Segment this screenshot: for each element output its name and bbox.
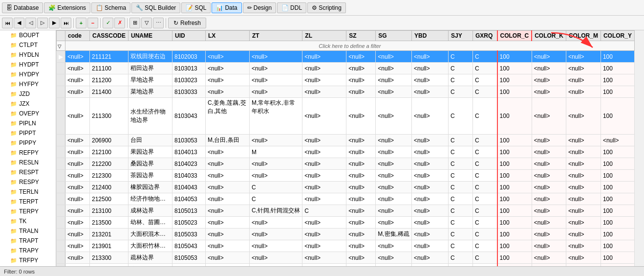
cell-zt[interactable]: M xyxy=(250,146,302,158)
confirm-button[interactable]: ✓ xyxy=(103,18,113,28)
table-row[interactable]: <null>213300疏林边界8105053<null><null><null… xyxy=(57,252,635,264)
cell-uid[interactable]: 8103053 xyxy=(172,135,206,146)
prev10-button[interactable]: ◀ xyxy=(14,18,24,28)
cell-code[interactable]: <null> xyxy=(65,193,90,205)
cell-zl[interactable]: <null> xyxy=(302,252,346,264)
cell-casscode[interactable]: 213901 xyxy=(90,240,129,252)
col-header-sjy[interactable]: SJY xyxy=(449,31,473,41)
last-button[interactable]: ⏭ xyxy=(61,18,71,28)
cell-sg[interactable]: <null> xyxy=(376,158,412,170)
cell-uname[interactable]: 台田 xyxy=(129,135,172,146)
filter-placeholder-cell[interactable]: Click here to define a filter xyxy=(65,41,635,51)
cell-lx[interactable]: <null> xyxy=(206,86,250,98)
cell-color_y[interactable]: 100 xyxy=(601,252,634,264)
cell-uid[interactable]: 8105033 xyxy=(172,229,206,240)
cell-gxrq[interactable]: C xyxy=(473,252,497,264)
cell-sg[interactable]: <null> xyxy=(376,86,412,98)
cell-lx[interactable]: <null> xyxy=(206,51,250,63)
cell-uname[interactable]: 双线田埂右边 xyxy=(129,51,172,63)
cell-uid[interactable]: 8105043 xyxy=(172,240,206,252)
cell-sz[interactable]: <null> xyxy=(346,98,376,135)
cell-casscode[interactable]: 212100 xyxy=(90,146,129,158)
refresh-button[interactable]: ↻ Refresh xyxy=(168,18,206,28)
cell-gxrq[interactable]: C xyxy=(473,86,497,98)
cell-color_y[interactable]: 100 xyxy=(601,146,634,158)
cell-sg[interactable]: <null> xyxy=(376,98,412,135)
col-header-casscode[interactable]: CASSCODE xyxy=(90,31,129,41)
sidebar-item-ctlpt[interactable]: 📁CTLPT xyxy=(0,40,56,50)
cell-sjy[interactable]: C xyxy=(449,158,473,170)
cell-code[interactable]: <null> xyxy=(65,182,90,193)
cell-ybd[interactable]: <null> xyxy=(412,240,449,252)
cell-color_m[interactable]: <null> xyxy=(566,63,601,74)
cell-sg[interactable]: <null> xyxy=(376,51,412,63)
cell-lx[interactable]: M,台田,条田 xyxy=(206,135,250,146)
cell-code[interactable]: <null> xyxy=(65,217,90,229)
cell-sz[interactable]: <null> xyxy=(346,51,376,63)
cell-sz[interactable]: <null> xyxy=(346,252,376,264)
cell-gxrq[interactable]: C xyxy=(473,170,497,182)
cell-sjy[interactable]: C xyxy=(449,240,473,252)
table-row[interactable]: <null>212500经济作物地边界8104053<null>C<null><… xyxy=(57,193,635,205)
col-header-lx[interactable]: LX xyxy=(206,31,250,41)
cell-color_m[interactable]: <null> xyxy=(566,146,601,158)
table-row[interactable]: <null>212400橡胶园边界8104043<null>C<null><nu… xyxy=(57,182,635,193)
cell-uid[interactable]: 8104033 xyxy=(172,170,206,182)
cell-code[interactable]: <null> xyxy=(65,146,90,158)
cell-color_m[interactable]: <null> xyxy=(566,182,601,193)
cell-color_k[interactable]: <null> xyxy=(532,51,566,63)
cell-lx[interactable]: <null> xyxy=(206,205,250,217)
cell-sz[interactable]: <null> xyxy=(346,63,376,74)
cell-zt[interactable]: <null> xyxy=(250,135,302,146)
sidebar-item-hydpt[interactable]: 📁HYDPT xyxy=(0,60,56,69)
table-row[interactable]: <null>212300茶园边界8104033<null><null><null… xyxy=(57,170,635,182)
cell-color_m[interactable]: <null> xyxy=(566,217,601,229)
col-header-code[interactable]: code xyxy=(65,31,90,41)
cell-color_m[interactable]: <null> xyxy=(566,229,601,240)
cell-color_y[interactable]: <null> xyxy=(601,135,634,146)
cell-zl[interactable]: <null> xyxy=(302,74,346,86)
cell-color_m[interactable]: <null> xyxy=(566,170,601,182)
cell-color_k[interactable]: <null> xyxy=(532,135,566,146)
cell-ybd[interactable]: <null> xyxy=(412,193,449,205)
next-button[interactable]: ▷ xyxy=(37,18,48,28)
cell-gxrq[interactable]: C xyxy=(473,193,497,205)
sidebar-item-pipln[interactable]: 📁PIPLN xyxy=(0,118,56,128)
sidebar-item-traln[interactable]: 📁TRALN xyxy=(0,226,56,236)
cell-color_y[interactable]: 100 xyxy=(601,98,634,135)
cell-sz[interactable]: <null> xyxy=(346,158,376,170)
cell-sz[interactable]: <null> xyxy=(346,182,376,193)
cell-sjy[interactable]: C xyxy=(449,217,473,229)
table-row[interactable]: <null>212200桑园边界8104023<null><null><null… xyxy=(57,158,635,170)
cell-uname[interactable]: 水生经济作物地边界 xyxy=(129,98,172,135)
sidebar-item-jzd[interactable]: 📁JZD xyxy=(0,89,56,99)
cell-uname[interactable]: 疏林边界 xyxy=(129,252,172,264)
cell-color_y[interactable]: 100 xyxy=(601,51,634,63)
cell-sjy[interactable]: C xyxy=(449,170,473,182)
cell-code[interactable]: <null> xyxy=(65,135,90,146)
cancel-button[interactable]: ✗ xyxy=(114,18,125,28)
cell-sjy[interactable]: C xyxy=(449,146,473,158)
cell-uname[interactable]: 大面积竹林边界 xyxy=(129,240,172,252)
cell-uid[interactable]: 8105063 xyxy=(172,264,206,267)
cell-color_c[interactable]: 100 xyxy=(497,86,532,98)
cell-code[interactable]: <null> xyxy=(65,264,90,267)
cell-sg[interactable]: M,密集,稀疏 xyxy=(376,229,412,240)
cell-uid[interactable]: 8104053 xyxy=(172,193,206,205)
cell-sz[interactable]: <null> xyxy=(346,135,376,146)
cell-color_m[interactable]: <null> xyxy=(566,98,601,135)
sidebar-item-hydln[interactable]: 📁HYDLN xyxy=(0,50,56,60)
cell-color_c[interactable]: 100 xyxy=(497,158,532,170)
cell-lx[interactable]: <null> xyxy=(206,170,250,182)
cell-uname[interactable]: 成林边界 xyxy=(129,205,172,217)
tab-scripting[interactable]: ⚙ Scripting xyxy=(307,2,346,13)
cell-sjy[interactable]: C xyxy=(449,63,473,74)
cell-zt[interactable]: C xyxy=(250,193,302,205)
cell-sz[interactable]: <null> xyxy=(346,146,376,158)
cell-gxrq[interactable]: C xyxy=(473,74,497,86)
cell-color_m[interactable]: <null> xyxy=(566,135,601,146)
col-header-uname[interactable]: UNAME xyxy=(129,31,172,41)
cell-lx[interactable]: <null> xyxy=(206,158,250,170)
cell-zl[interactable]: <null> xyxy=(302,229,346,240)
cell-zl[interactable]: C xyxy=(302,205,346,217)
